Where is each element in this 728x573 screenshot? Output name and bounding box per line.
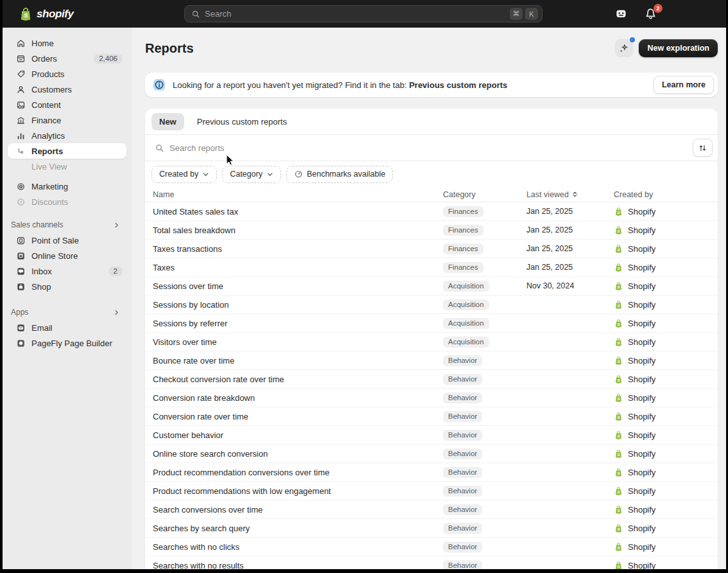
sidebar-item-shop[interactable]: Shop [8, 279, 126, 294]
report-name[interactable]: Checkout conversion rate over time [153, 375, 443, 384]
sidebar-item-home[interactable]: Home [8, 35, 126, 51]
sidebar-item-marketing[interactable]: Marketing [8, 179, 126, 194]
global-search-input[interactable]: Search ⌘ K [184, 5, 542, 22]
sidebar-item-online-store[interactable]: Online Store [8, 248, 126, 263]
table-row[interactable]: Searches with no clicks Behavior Shopify [145, 538, 718, 556]
table-row[interactable]: Checkout conversion rate over time Behav… [145, 370, 718, 389]
table-row[interactable]: Bounce rate over time Behavior Shopify [145, 351, 718, 370]
sidebar-item-discounts[interactable]: Discounts [8, 194, 126, 209]
sidebar-item-email[interactable]: Email [8, 320, 126, 335]
sidebar-section-sales-channels[interactable]: Sales channels [3, 217, 132, 233]
report-name[interactable]: Visitors over time [153, 337, 443, 347]
sidebar-item-products[interactable]: Products [8, 66, 126, 82]
report-name[interactable]: United States sales tax [153, 207, 443, 216]
sidebar-item-reports[interactable]: Reports [8, 143, 126, 159]
report-name[interactable]: Total sales breakdown [153, 225, 443, 235]
created-by: Shopify [614, 486, 710, 496]
table-row[interactable]: Sessions by referrer Acquisition Shopify [145, 314, 718, 333]
shopify-bag-icon [614, 524, 623, 533]
learn-more-button[interactable]: Learn more [654, 76, 714, 94]
last-viewed-date: Jan 25, 2025 [526, 263, 614, 272]
report-name[interactable]: Searches by search query [153, 524, 443, 533]
shopify-bag-icon [614, 263, 623, 272]
report-name[interactable]: Conversion rate over time [153, 412, 443, 421]
sidebar-item-label: Shop [31, 282, 51, 292]
report-name[interactable]: Taxes [153, 263, 443, 272]
sidebar-item-content[interactable]: Content [8, 97, 126, 112]
filter-created-by[interactable]: Created by [152, 166, 217, 183]
table-row[interactable]: Conversion rate over time Behavior Shopi… [145, 407, 718, 426]
report-name[interactable]: Search conversions over time [153, 505, 443, 515]
shopify-logo[interactable]: shopify [18, 6, 74, 22]
sidebar-item-point-of-sale[interactable]: Point of Sale [8, 233, 126, 248]
chevron-right-icon [113, 309, 120, 316]
sidebar-item-analytics[interactable]: Analytics [8, 128, 126, 143]
column-created-by[interactable]: Created by [614, 190, 710, 199]
table-row[interactable]: Product recommendation conversions over … [145, 463, 718, 482]
report-name[interactable]: Bounce rate over time [153, 356, 443, 366]
tabs-row: New Previous custom reports [145, 109, 718, 134]
table-row[interactable]: Visitors over time Acquisition Shopify [145, 333, 718, 351]
report-name[interactable]: Online store search conversion [153, 449, 443, 459]
table-row[interactable]: Sessions by location Acquisition Shopify [145, 295, 718, 314]
table-row[interactable]: Searches with no results Behavior Shopif… [145, 556, 718, 569]
table-row[interactable]: Customer behavior Behavior Shopify [145, 426, 718, 445]
report-name[interactable]: Conversion rate breakdown [153, 393, 443, 403]
shopify-bag-icon [614, 375, 623, 384]
sidebar-item-badge: 2,406 [94, 54, 123, 64]
sidebar-item-customers[interactable]: Customers [8, 82, 126, 97]
created-by: Shopify [614, 449, 710, 459]
report-name[interactable]: Sessions by referrer [153, 319, 443, 328]
report-name[interactable]: Product recommendation conversions over … [153, 468, 443, 477]
reports-search-input[interactable]: Search reports [169, 143, 693, 153]
filter-benchmarks-available[interactable]: Benchmarks available [286, 166, 393, 183]
created-by: Shopify [614, 356, 710, 366]
sidebar-item-icon [16, 251, 26, 261]
tab-previous-custom-reports[interactable]: Previous custom reports [189, 113, 295, 130]
sidebar-item-icon [16, 85, 26, 94]
sidebar-item-live-view[interactable]: Live View [8, 159, 126, 174]
sidebar-item-orders[interactable]: Orders 2,406 [8, 51, 126, 66]
tab-new[interactable]: New [152, 113, 184, 130]
table-row[interactable]: Product recommendations with low engagem… [145, 482, 718, 500]
shopify-bag-icon [614, 319, 623, 328]
notifications-button[interactable]: 2 [644, 7, 657, 21]
sidebar-item-label: Home [31, 39, 54, 48]
table-row[interactable]: Online store search conversion Behavior … [145, 445, 718, 463]
report-name[interactable]: Sessions over time [153, 281, 443, 291]
chevron-down-icon [266, 171, 273, 178]
table-body: United States sales tax Finances Jan 25,… [145, 202, 718, 569]
report-name[interactable]: Taxes transactions [153, 244, 443, 254]
sidebar-item-label: Point of Sale [31, 236, 79, 245]
sidekick-assistant-icon[interactable] [614, 7, 628, 21]
table-row[interactable]: Searches by search query Behavior Shopif… [145, 519, 718, 538]
report-name[interactable]: Searches with no clicks [153, 542, 443, 552]
new-exploration-button[interactable]: New exploration [639, 39, 718, 57]
sidebar-item-finance[interactable]: Finance [8, 112, 126, 128]
column-name[interactable]: Name [153, 190, 443, 199]
shopify-bag-icon [614, 281, 623, 291]
table-row[interactable]: Sessions over time Acquisition Nov 30, 2… [145, 277, 718, 295]
report-name[interactable]: Sessions by location [153, 300, 443, 310]
sidebar-item-icon [16, 131, 26, 141]
report-name[interactable]: Customer behavior [153, 430, 443, 440]
table-row[interactable]: Search conversions over time Behavior Sh… [145, 500, 718, 519]
sidebar-section-apps[interactable]: Apps [3, 304, 132, 320]
table-row[interactable]: Taxes transactions Finances Jan 25, 2025… [145, 240, 718, 258]
column-last-viewed[interactable]: Last viewed [526, 190, 614, 199]
report-name[interactable]: Searches with no results [153, 561, 443, 570]
sidebar-item-icon [16, 197, 26, 207]
column-category[interactable]: Category [443, 190, 526, 199]
sidebar-item-inbox[interactable]: Inbox 2 [8, 263, 126, 279]
report-name[interactable]: Product recommendations with low engagem… [153, 486, 443, 496]
filter-category[interactable]: Category [222, 166, 281, 183]
sidebar: Home Orders 2,406 Products Customers Con… [3, 28, 132, 569]
category-badge: Behavior [443, 430, 482, 441]
table-row[interactable]: Taxes Finances Jan 25, 2025 Shopify [145, 258, 718, 277]
exploration-sparkle-button[interactable] [615, 39, 633, 57]
table-row[interactable]: Conversion rate breakdown Behavior Shopi… [145, 389, 718, 407]
sort-button[interactable] [693, 139, 713, 157]
table-row[interactable]: United States sales tax Finances Jan 25,… [145, 202, 718, 221]
table-row[interactable]: Total sales breakdown Finances Jan 25, 2… [145, 221, 718, 240]
sidebar-item-pagefly-page-builder[interactable]: PageFly Page Builder [8, 335, 126, 351]
